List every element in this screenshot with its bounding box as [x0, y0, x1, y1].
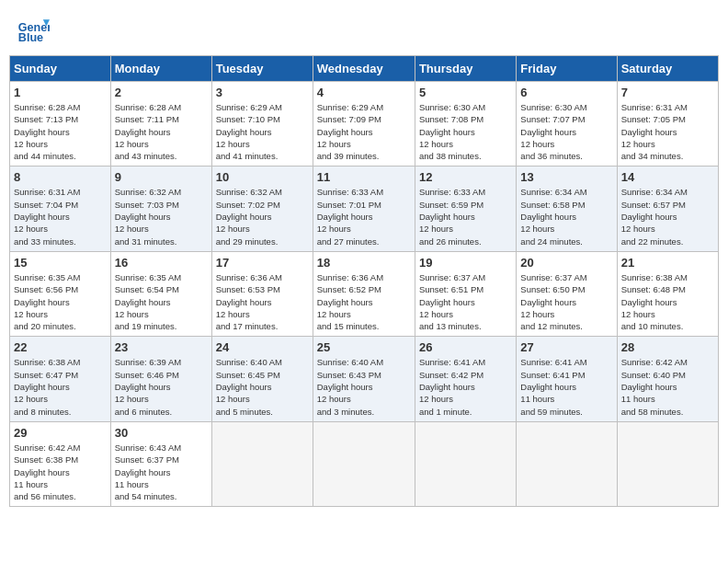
day-sun-info: Sunrise: 6:40 AMSunset: 6:45 PMDaylight …	[216, 356, 309, 417]
calendar-day-cell: 13Sunrise: 6:34 AMSunset: 6:58 PMDayligh…	[517, 167, 617, 251]
day-number: 8	[14, 170, 107, 184]
day-number: 24	[216, 340, 309, 354]
day-number: 2	[115, 86, 208, 99]
logo-icon: General Blue	[17, 13, 50, 46]
day-number: 10	[216, 170, 309, 184]
day-of-week-header: Saturday	[617, 56, 718, 82]
day-sun-info: Sunrise: 6:33 AMSunset: 7:01 PMDaylight …	[317, 186, 411, 247]
day-sun-info: Sunrise: 6:30 AMSunset: 7:08 PMDaylight …	[419, 101, 512, 162]
day-sun-info: Sunrise: 6:28 AMSunset: 7:11 PMDaylight …	[115, 101, 208, 162]
day-number: 15	[14, 256, 107, 270]
calendar-day-cell: 24Sunrise: 6:40 AMSunset: 6:45 PMDayligh…	[211, 337, 313, 421]
calendar-day-cell: 27Sunrise: 6:41 AMSunset: 6:41 PMDayligh…	[517, 337, 617, 421]
calendar-day-cell: 29Sunrise: 6:42 AMSunset: 6:38 PMDayligh…	[10, 421, 111, 506]
day-number: 28	[621, 340, 714, 354]
calendar-week-row: 15Sunrise: 6:35 AMSunset: 6:56 PMDayligh…	[10, 251, 719, 336]
day-of-week-header: Sunday	[10, 56, 111, 82]
day-sun-info: Sunrise: 6:36 AMSunset: 6:53 PMDaylight …	[216, 271, 309, 332]
day-sun-info: Sunrise: 6:39 AMSunset: 6:46 PMDaylight …	[115, 356, 208, 417]
calendar-day-cell	[211, 421, 313, 506]
day-sun-info: Sunrise: 6:32 AMSunset: 7:03 PMDaylight …	[115, 186, 208, 247]
day-number: 29	[14, 426, 107, 440]
day-number: 4	[317, 86, 411, 99]
page-header: General Blue	[9, 9, 719, 50]
day-number: 7	[621, 86, 714, 99]
calendar-day-cell: 9Sunrise: 6:32 AMSunset: 7:03 PMDaylight…	[110, 167, 211, 251]
day-number: 3	[216, 86, 309, 99]
day-number: 30	[115, 426, 208, 440]
day-of-week-header: Friday	[517, 56, 617, 82]
day-number: 25	[317, 340, 411, 354]
day-sun-info: Sunrise: 6:28 AMSunset: 7:13 PMDaylight …	[14, 101, 107, 162]
calendar-day-cell: 20Sunrise: 6:37 AMSunset: 6:50 PMDayligh…	[517, 251, 617, 336]
day-number: 6	[520, 86, 612, 99]
calendar-day-cell: 1Sunrise: 6:28 AMSunset: 7:13 PMDaylight…	[10, 82, 111, 167]
day-sun-info: Sunrise: 6:36 AMSunset: 6:52 PMDaylight …	[317, 271, 411, 332]
day-number: 1	[14, 86, 107, 99]
calendar-header-row: SundayMondayTuesdayWednesdayThursdayFrid…	[10, 56, 719, 82]
day-sun-info: Sunrise: 6:38 AMSunset: 6:47 PMDaylight …	[14, 356, 107, 417]
calendar-day-cell: 15Sunrise: 6:35 AMSunset: 6:56 PMDayligh…	[10, 251, 111, 336]
day-number: 14	[621, 170, 714, 184]
day-of-week-header: Wednesday	[313, 56, 415, 82]
day-of-week-header: Monday	[110, 56, 211, 82]
calendar-day-cell: 23Sunrise: 6:39 AMSunset: 6:46 PMDayligh…	[110, 337, 211, 421]
day-sun-info: Sunrise: 6:34 AMSunset: 6:57 PMDaylight …	[621, 186, 714, 247]
day-sun-info: Sunrise: 6:30 AMSunset: 7:07 PMDaylight …	[520, 101, 612, 162]
day-sun-info: Sunrise: 6:35 AMSunset: 6:54 PMDaylight …	[115, 271, 208, 332]
calendar-day-cell	[517, 421, 617, 506]
calendar-day-cell: 6Sunrise: 6:30 AMSunset: 7:07 PMDaylight…	[517, 82, 617, 167]
calendar-day-cell: 10Sunrise: 6:32 AMSunset: 7:02 PMDayligh…	[211, 167, 313, 251]
day-number: 12	[419, 170, 512, 184]
calendar-day-cell	[415, 421, 516, 506]
day-number: 23	[115, 340, 208, 354]
day-sun-info: Sunrise: 6:41 AMSunset: 6:41 PMDaylight …	[520, 356, 612, 417]
day-number: 11	[317, 170, 411, 184]
day-of-week-header: Tuesday	[211, 56, 313, 82]
calendar-day-cell: 3Sunrise: 6:29 AMSunset: 7:10 PMDaylight…	[211, 82, 313, 167]
day-number: 16	[115, 256, 208, 270]
svg-text:Blue: Blue	[18, 31, 43, 44]
day-sun-info: Sunrise: 6:40 AMSunset: 6:43 PMDaylight …	[317, 356, 411, 417]
day-sun-info: Sunrise: 6:42 AMSunset: 6:40 PMDaylight …	[621, 356, 714, 417]
day-sun-info: Sunrise: 6:38 AMSunset: 6:48 PMDaylight …	[621, 271, 714, 332]
calendar-day-cell: 14Sunrise: 6:34 AMSunset: 6:57 PMDayligh…	[617, 167, 718, 251]
calendar-day-cell: 16Sunrise: 6:35 AMSunset: 6:54 PMDayligh…	[110, 251, 211, 336]
day-number: 9	[115, 170, 208, 184]
day-number: 5	[419, 86, 512, 99]
day-number: 19	[419, 256, 512, 270]
calendar-day-cell: 25Sunrise: 6:40 AMSunset: 6:43 PMDayligh…	[313, 337, 415, 421]
calendar-day-cell: 30Sunrise: 6:43 AMSunset: 6:37 PMDayligh…	[110, 421, 211, 506]
calendar-day-cell: 28Sunrise: 6:42 AMSunset: 6:40 PMDayligh…	[617, 337, 718, 421]
calendar-week-row: 29Sunrise: 6:42 AMSunset: 6:38 PMDayligh…	[10, 421, 719, 506]
logo: General Blue	[17, 13, 50, 46]
day-number: 26	[419, 340, 512, 354]
day-sun-info: Sunrise: 6:42 AMSunset: 6:38 PMDaylight …	[14, 442, 107, 502]
day-sun-info: Sunrise: 6:31 AMSunset: 7:04 PMDaylight …	[14, 186, 107, 247]
calendar-day-cell	[617, 421, 718, 506]
calendar-day-cell: 22Sunrise: 6:38 AMSunset: 6:47 PMDayligh…	[10, 337, 111, 421]
calendar-day-cell: 11Sunrise: 6:33 AMSunset: 7:01 PMDayligh…	[313, 167, 415, 251]
day-sun-info: Sunrise: 6:33 AMSunset: 6:59 PMDaylight …	[419, 186, 512, 247]
day-sun-info: Sunrise: 6:34 AMSunset: 6:58 PMDaylight …	[520, 186, 612, 247]
day-number: 22	[14, 340, 107, 354]
day-sun-info: Sunrise: 6:43 AMSunset: 6:37 PMDaylight …	[115, 442, 208, 502]
day-number: 13	[520, 170, 612, 184]
day-number: 20	[520, 256, 612, 270]
day-number: 21	[621, 256, 714, 270]
calendar-day-cell: 2Sunrise: 6:28 AMSunset: 7:11 PMDaylight…	[110, 82, 211, 167]
day-sun-info: Sunrise: 6:37 AMSunset: 6:50 PMDaylight …	[520, 271, 612, 332]
day-sun-info: Sunrise: 6:32 AMSunset: 7:02 PMDaylight …	[216, 186, 309, 247]
day-sun-info: Sunrise: 6:35 AMSunset: 6:56 PMDaylight …	[14, 271, 107, 332]
calendar-table: SundayMondayTuesdayWednesdayThursdayFrid…	[9, 55, 719, 507]
calendar-day-cell: 21Sunrise: 6:38 AMSunset: 6:48 PMDayligh…	[617, 251, 718, 336]
calendar-week-row: 8Sunrise: 6:31 AMSunset: 7:04 PMDaylight…	[10, 167, 719, 251]
day-number: 27	[520, 340, 612, 354]
day-sun-info: Sunrise: 6:29 AMSunset: 7:10 PMDaylight …	[216, 101, 309, 162]
calendar-day-cell: 7Sunrise: 6:31 AMSunset: 7:05 PMDaylight…	[617, 82, 718, 167]
calendar-day-cell: 19Sunrise: 6:37 AMSunset: 6:51 PMDayligh…	[415, 251, 516, 336]
day-sun-info: Sunrise: 6:29 AMSunset: 7:09 PMDaylight …	[317, 101, 411, 162]
day-number: 17	[216, 256, 309, 270]
calendar-day-cell: 8Sunrise: 6:31 AMSunset: 7:04 PMDaylight…	[10, 167, 111, 251]
calendar-day-cell: 4Sunrise: 6:29 AMSunset: 7:09 PMDaylight…	[313, 82, 415, 167]
